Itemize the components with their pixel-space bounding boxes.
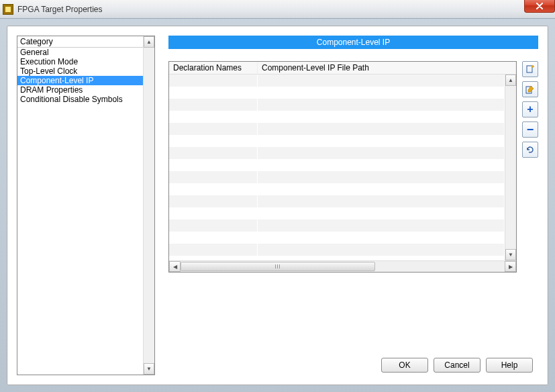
table-row[interactable] xyxy=(169,232,505,244)
inner-panel: Category GeneralExecution ModeTop-Level … xyxy=(7,26,548,385)
svg-rect-0 xyxy=(527,66,532,72)
table-headers: Declaration Names Component-Level IP Fil… xyxy=(169,62,516,75)
table-row[interactable] xyxy=(169,123,505,135)
cancel-button[interactable]: Cancel xyxy=(434,358,481,373)
scroll-thumb[interactable] xyxy=(181,262,375,271)
add-button[interactable]: + xyxy=(522,101,538,117)
app-icon xyxy=(3,4,13,15)
scroll-down-button[interactable]: ▼ xyxy=(144,363,154,375)
category-item[interactable]: DRAM Properties xyxy=(17,85,143,95)
category-header: Category xyxy=(17,36,143,48)
scroll-track[interactable] xyxy=(144,48,154,363)
category-scrollbar[interactable]: ▲ ▼ xyxy=(143,36,154,375)
edit-icon xyxy=(525,85,535,94)
minus-icon: − xyxy=(527,124,534,136)
tool-column: + − xyxy=(522,61,538,273)
category-item[interactable]: Conditional Disable Symbols xyxy=(17,95,143,104)
column-header-file-path[interactable]: Component-Level IP File Path xyxy=(258,62,516,74)
new-button[interactable] xyxy=(522,61,538,77)
column-header-declaration-names[interactable]: Declaration Names xyxy=(169,62,258,74)
refresh-button[interactable] xyxy=(522,142,538,158)
close-button[interactable] xyxy=(524,0,555,13)
remove-button[interactable]: − xyxy=(522,121,538,138)
category-listbox[interactable]: Category GeneralExecution ModeTop-Level … xyxy=(17,36,155,375)
close-icon xyxy=(536,3,544,9)
dialog-buttons: OK Cancel Help xyxy=(381,358,533,373)
ok-button[interactable]: OK xyxy=(381,358,428,373)
edit-button[interactable] xyxy=(522,81,538,97)
scroll-down-button[interactable]: ▼ xyxy=(505,249,516,260)
table-row[interactable] xyxy=(169,135,505,147)
category-item[interactable]: Execution Mode xyxy=(17,57,143,66)
refresh-icon xyxy=(525,145,535,154)
scroll-track[interactable] xyxy=(181,261,505,272)
window-root: FPGA Target Properties Category GeneralE… xyxy=(0,0,555,392)
table-row[interactable] xyxy=(169,219,505,232)
table-row[interactable] xyxy=(169,87,505,99)
table-vscroll[interactable]: ▲ ▼ xyxy=(505,75,516,260)
category-pane: Category GeneralExecution ModeTop-Level … xyxy=(17,36,155,375)
table-row[interactable] xyxy=(169,75,505,87)
ip-table[interactable]: Declaration Names Component-Level IP Fil… xyxy=(168,61,517,273)
table-row[interactable] xyxy=(169,99,505,111)
page-banner: Component-Level IP xyxy=(168,36,538,49)
help-button[interactable]: Help xyxy=(486,358,533,373)
table-row[interactable] xyxy=(169,195,505,207)
plus-icon: + xyxy=(527,104,533,115)
table-row[interactable] xyxy=(169,171,505,183)
table-row[interactable] xyxy=(169,244,505,256)
table-row[interactable] xyxy=(169,159,505,171)
window-title: FPGA Target Properties xyxy=(17,5,103,14)
titlebar: FPGA Target Properties xyxy=(0,0,555,19)
category-item[interactable]: Component-Level IP xyxy=(17,76,143,85)
scroll-track[interactable] xyxy=(505,86,516,249)
category-item[interactable]: General xyxy=(17,48,143,57)
scroll-left-button[interactable]: ◀ xyxy=(169,261,181,272)
table-row[interactable] xyxy=(169,111,505,123)
table-rows xyxy=(169,75,505,260)
table-row[interactable] xyxy=(169,183,505,195)
table-row[interactable] xyxy=(169,147,505,159)
new-file-icon xyxy=(525,64,535,74)
category-item[interactable]: Top-Level Clock xyxy=(17,66,143,76)
table-row[interactable] xyxy=(169,207,505,219)
content-area: Category GeneralExecution ModeTop-Level … xyxy=(0,19,555,392)
scroll-right-button[interactable]: ▶ xyxy=(505,261,516,272)
right-pane: Component-Level IP Declaration Names Com… xyxy=(168,36,538,375)
table-area: Declaration Names Component-Level IP Fil… xyxy=(168,61,538,273)
table-hscroll[interactable]: ◀ ▶ xyxy=(169,260,516,272)
scroll-up-button[interactable]: ▲ xyxy=(144,36,154,48)
scroll-up-button[interactable]: ▲ xyxy=(505,75,516,86)
